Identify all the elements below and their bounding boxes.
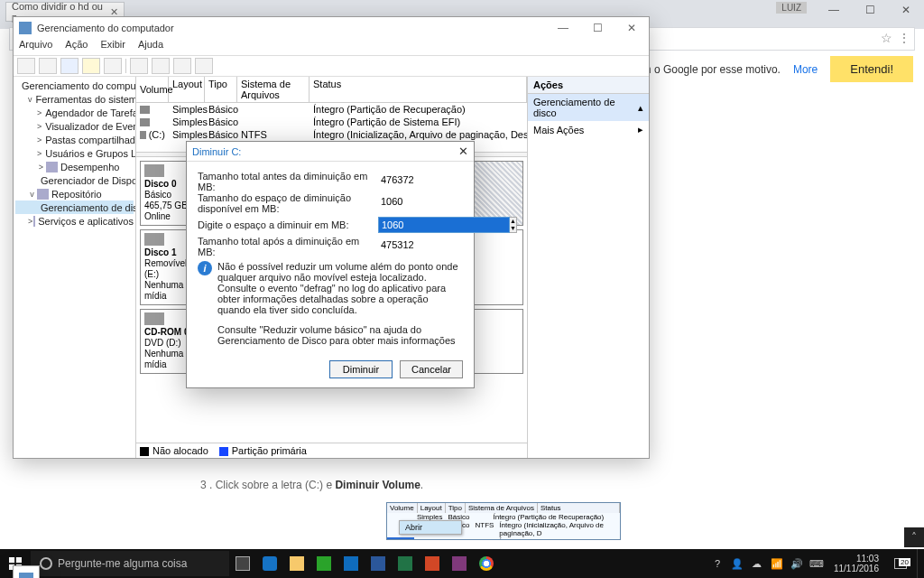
tray-onedrive-icon[interactable]: ☁ (749, 555, 765, 572)
tree-item[interactable]: Gerenciador de Disposit (15, 173, 134, 187)
legend-swatch-unalloc (140, 447, 149, 456)
toolbar-refresh-icon[interactable] (82, 58, 100, 74)
taskbar-powerpoint-icon[interactable] (419, 549, 446, 578)
taskbar-search[interactable]: Pergunte-me alguma coisa (31, 551, 229, 576)
col-fs[interactable]: Sistema de Arquivos (237, 77, 310, 102)
tree-item[interactable]: >Usuários e Grupos Loca (15, 146, 134, 160)
disk-legend: Não alocado Partição primária (136, 443, 527, 458)
tree-item[interactable]: vFerramentas do sistema (15, 92, 134, 106)
taskbar-onenote-icon[interactable] (446, 549, 473, 578)
shrink-volume-dialog: Diminuir C: ✕ Tamanho total antes da dim… (186, 141, 475, 388)
taskbar-clock[interactable]: 11:0311/11/2016 (828, 554, 884, 573)
actions-header: Ações (528, 77, 649, 94)
toolbar-view3-icon[interactable] (173, 58, 191, 74)
col-layout[interactable]: Layout (169, 77, 205, 102)
cancel-button[interactable]: Cancelar (400, 360, 463, 378)
menu-exibir[interactable]: Exibir (100, 39, 125, 55)
dialog-close-icon[interactable]: ✕ (458, 144, 468, 158)
bookmark-star-icon[interactable]: ☆ (881, 31, 892, 45)
toolbar-view4-icon[interactable] (195, 58, 213, 74)
mmc-titlebar[interactable]: Gerenciamento do computador — ☐ ✕ (14, 17, 649, 39)
tree-root[interactable]: Gerenciamento do computado (22, 80, 136, 91)
spinner-up-icon[interactable]: ▲ (510, 218, 516, 225)
dialog-title: Diminuir C: (192, 146, 241, 157)
toolbar-back-icon[interactable] (17, 58, 35, 74)
show-desktop-button[interactable] (917, 549, 922, 578)
tree-item[interactable]: >Serviços e aplicativos (15, 214, 134, 228)
cookie-banner: om o Google por esse motivo. More Entend… (636, 56, 913, 82)
col-status[interactable]: Status (310, 77, 527, 102)
volume-list-header[interactable]: Volume Layout Tipo Sistema de Arquivos S… (136, 77, 527, 103)
toolbar-up-icon[interactable] (60, 58, 79, 74)
chevron-right-icon: ▸ (638, 124, 643, 135)
actions-item-more[interactable]: Mais Ações▸ (528, 121, 649, 138)
tray-people-icon[interactable]: 👤 (729, 555, 745, 572)
info-icon: i (198, 261, 212, 275)
article-step-3: 3 . Click sobre a letra (C:) e Diminuir … (200, 479, 423, 491)
tree-item[interactable]: Gerenciamento de disco (15, 200, 134, 214)
tray-language-icon[interactable]: ⌨ (808, 555, 825, 572)
taskbar-edge-icon[interactable] (256, 549, 283, 578)
col-volume[interactable]: Volume (136, 77, 169, 102)
chrome-user-badge[interactable]: LUIZ (776, 2, 807, 14)
mmc-toolbar[interactable] (14, 55, 649, 77)
mmc-menu-bar[interactable]: Arquivo Ação Exibir Ajuda (14, 39, 649, 55)
toolbar-help-icon[interactable] (104, 58, 122, 74)
mmc-minimize-icon[interactable]: — (546, 17, 580, 39)
tray-volume-icon[interactable]: 🔊 (789, 555, 805, 572)
taskbar-word-icon[interactable] (365, 549, 392, 578)
label-enter-shrink: Digite o espaço a diminuir em MB: (198, 219, 378, 230)
shrink-amount-input[interactable] (378, 217, 510, 233)
menu-acao[interactable]: Ação (65, 39, 88, 55)
volume-row[interactable]: SimplesBásicoÍntegro (Partição de Recupe… (136, 103, 527, 116)
tray-network-icon[interactable]: 📶 (769, 555, 785, 572)
value-available: 1060 (378, 195, 463, 211)
tray-help-icon[interactable]: ? (709, 555, 725, 572)
search-placeholder: Pergunte-me alguma coisa (58, 557, 187, 570)
tree-item[interactable]: >Agendador de Tarefas (15, 106, 134, 119)
task-view-icon[interactable] (229, 549, 256, 578)
volume-row[interactable]: (C:)SimplesBásicoNTFSÍntegro (Inicializa… (136, 128, 527, 141)
svg-rect-1 (16, 557, 22, 563)
tree-item[interactable]: >Pastas compartilhadas (15, 133, 134, 146)
mmc-maximize-icon[interactable]: ☐ (580, 17, 614, 39)
system-tray[interactable]: ? 👤 ☁ 📶 🔊 ⌨ 11:0311/11/2016 20 (709, 549, 924, 578)
mmc-close-icon[interactable]: ✕ (614, 17, 649, 39)
chrome-window-buttons: — ☐ ✕ (816, 0, 924, 20)
maximize-icon[interactable]: ☐ (852, 0, 888, 20)
taskbar-excel-icon[interactable] (392, 549, 419, 578)
dialog-info-text-2: Consulte "Reduzir volume básico" na ajud… (217, 324, 463, 346)
banner-ok-button[interactable]: Entendi! (830, 56, 913, 82)
taskbar-mail-icon[interactable] (337, 549, 365, 578)
collapse-icon: ▴ (638, 102, 643, 114)
toolbar-view2-icon[interactable] (152, 58, 170, 74)
shrink-spinner[interactable]: ▲▼ (510, 217, 517, 233)
actions-item-disk-mgmt[interactable]: Gerenciamento de disco▴ (528, 94, 649, 121)
svg-rect-0 (9, 557, 14, 563)
taskbar-chrome-icon[interactable] (473, 549, 500, 578)
banner-text: om o Google por esse motivo. (636, 63, 781, 76)
col-tipo[interactable]: Tipo (205, 77, 237, 102)
chrome-menu-icon[interactable]: ⋮ (898, 31, 910, 45)
close-icon[interactable]: ✕ (888, 0, 924, 20)
taskbar-mmc-icon[interactable] (13, 565, 40, 578)
shrink-button[interactable]: Diminuir (329, 360, 393, 378)
minimize-icon[interactable]: — (816, 0, 852, 20)
taskbar-overflow-icon[interactable]: ˄ (904, 527, 924, 547)
label-total-before: Tamanho total antes da diminuição em MB: (198, 171, 378, 192)
toolbar-view1-icon[interactable] (130, 58, 148, 74)
tree-item[interactable]: vRepositório (15, 187, 134, 200)
mmc-tree[interactable]: Gerenciamento do computado vFerramentas … (14, 77, 136, 458)
tree-item[interactable]: >Desempenho (15, 160, 134, 173)
spinner-down-icon[interactable]: ▼ (510, 225, 516, 232)
toolbar-forward-icon[interactable] (39, 58, 57, 74)
menu-arquivo[interactable]: Arquivo (19, 39, 52, 55)
dialog-titlebar[interactable]: Diminuir C: ✕ (187, 142, 474, 162)
taskbar-store-icon[interactable] (310, 549, 337, 578)
menu-ajuda[interactable]: Ajuda (138, 39, 163, 55)
banner-more-link[interactable]: More (793, 63, 818, 76)
volume-row[interactable]: SimplesBásicoÍntegro (Partição de Sistem… (136, 116, 527, 128)
tree-item[interactable]: >Visualizador de Eventos (15, 119, 134, 133)
action-center-icon[interactable]: 20 (888, 558, 913, 569)
taskbar-explorer-icon[interactable] (283, 549, 310, 578)
